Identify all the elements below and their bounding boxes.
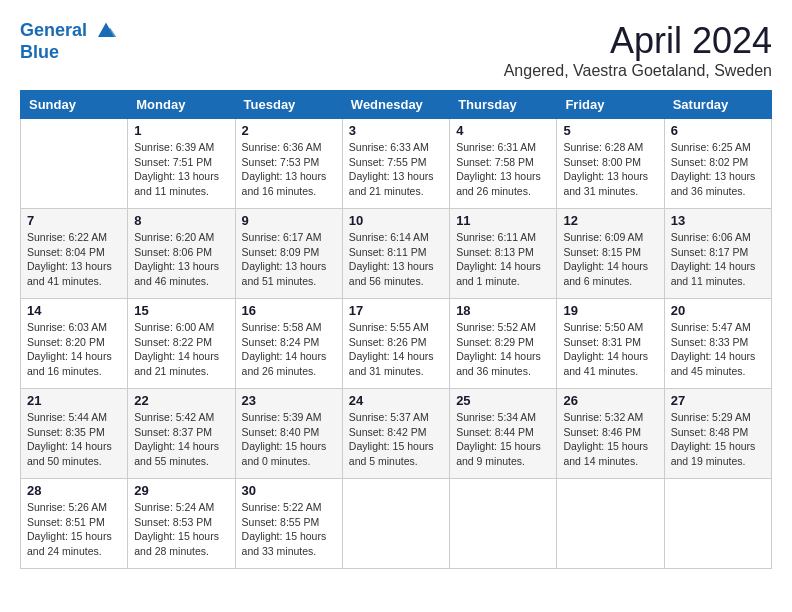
day-info: Sunrise: 5:55 AMSunset: 8:26 PMDaylight:… <box>349 320 443 379</box>
calendar-cell: 25Sunrise: 5:34 AMSunset: 8:44 PMDayligh… <box>450 389 557 479</box>
calendar-cell: 16Sunrise: 5:58 AMSunset: 8:24 PMDayligh… <box>235 299 342 389</box>
day-number: 6 <box>671 123 765 138</box>
day-number: 4 <box>456 123 550 138</box>
weekday-header-saturday: Saturday <box>664 91 771 119</box>
calendar-cell: 17Sunrise: 5:55 AMSunset: 8:26 PMDayligh… <box>342 299 449 389</box>
day-number: 14 <box>27 303 121 318</box>
day-info: Sunrise: 6:31 AMSunset: 7:58 PMDaylight:… <box>456 140 550 199</box>
calendar-cell: 24Sunrise: 5:37 AMSunset: 8:42 PMDayligh… <box>342 389 449 479</box>
logo-text-blue: Blue <box>20 42 118 64</box>
day-info: Sunrise: 5:50 AMSunset: 8:31 PMDaylight:… <box>563 320 657 379</box>
logo: General Blue <box>20 20 118 63</box>
calendar-cell <box>342 479 449 569</box>
day-info: Sunrise: 6:17 AMSunset: 8:09 PMDaylight:… <box>242 230 336 289</box>
day-number: 11 <box>456 213 550 228</box>
day-info: Sunrise: 5:58 AMSunset: 8:24 PMDaylight:… <box>242 320 336 379</box>
calendar-table: SundayMondayTuesdayWednesdayThursdayFrid… <box>20 90 772 569</box>
day-number: 13 <box>671 213 765 228</box>
day-info: Sunrise: 6:09 AMSunset: 8:15 PMDaylight:… <box>563 230 657 289</box>
calendar-cell <box>664 479 771 569</box>
day-number: 25 <box>456 393 550 408</box>
day-info: Sunrise: 5:47 AMSunset: 8:33 PMDaylight:… <box>671 320 765 379</box>
calendar-cell: 18Sunrise: 5:52 AMSunset: 8:29 PMDayligh… <box>450 299 557 389</box>
calendar-cell: 12Sunrise: 6:09 AMSunset: 8:15 PMDayligh… <box>557 209 664 299</box>
day-number: 22 <box>134 393 228 408</box>
calendar-cell: 21Sunrise: 5:44 AMSunset: 8:35 PMDayligh… <box>21 389 128 479</box>
calendar-cell <box>21 119 128 209</box>
weekday-header-row: SundayMondayTuesdayWednesdayThursdayFrid… <box>21 91 772 119</box>
day-info: Sunrise: 6:39 AMSunset: 7:51 PMDaylight:… <box>134 140 228 199</box>
calendar-cell: 5Sunrise: 6:28 AMSunset: 8:00 PMDaylight… <box>557 119 664 209</box>
calendar-cell: 3Sunrise: 6:33 AMSunset: 7:55 PMDaylight… <box>342 119 449 209</box>
day-number: 27 <box>671 393 765 408</box>
month-title: April 2024 <box>504 20 772 62</box>
calendar-cell: 20Sunrise: 5:47 AMSunset: 8:33 PMDayligh… <box>664 299 771 389</box>
day-info: Sunrise: 5:24 AMSunset: 8:53 PMDaylight:… <box>134 500 228 559</box>
day-number: 28 <box>27 483 121 498</box>
calendar-cell <box>557 479 664 569</box>
weekday-header-monday: Monday <box>128 91 235 119</box>
day-number: 9 <box>242 213 336 228</box>
weekday-header-sunday: Sunday <box>21 91 128 119</box>
calendar-cell: 2Sunrise: 6:36 AMSunset: 7:53 PMDaylight… <box>235 119 342 209</box>
day-number: 16 <box>242 303 336 318</box>
day-info: Sunrise: 6:14 AMSunset: 8:11 PMDaylight:… <box>349 230 443 289</box>
calendar-cell: 23Sunrise: 5:39 AMSunset: 8:40 PMDayligh… <box>235 389 342 479</box>
weekday-header-tuesday: Tuesday <box>235 91 342 119</box>
calendar-cell: 26Sunrise: 5:32 AMSunset: 8:46 PMDayligh… <box>557 389 664 479</box>
calendar-cell: 7Sunrise: 6:22 AMSunset: 8:04 PMDaylight… <box>21 209 128 299</box>
day-number: 29 <box>134 483 228 498</box>
calendar-cell: 15Sunrise: 6:00 AMSunset: 8:22 PMDayligh… <box>128 299 235 389</box>
day-info: Sunrise: 6:33 AMSunset: 7:55 PMDaylight:… <box>349 140 443 199</box>
day-number: 8 <box>134 213 228 228</box>
day-info: Sunrise: 6:36 AMSunset: 7:53 PMDaylight:… <box>242 140 336 199</box>
day-number: 21 <box>27 393 121 408</box>
day-info: Sunrise: 6:06 AMSunset: 8:17 PMDaylight:… <box>671 230 765 289</box>
calendar-week-1: 1Sunrise: 6:39 AMSunset: 7:51 PMDaylight… <box>21 119 772 209</box>
logo-icon <box>94 21 118 41</box>
day-number: 3 <box>349 123 443 138</box>
day-info: Sunrise: 5:32 AMSunset: 8:46 PMDaylight:… <box>563 410 657 469</box>
calendar-cell: 22Sunrise: 5:42 AMSunset: 8:37 PMDayligh… <box>128 389 235 479</box>
day-info: Sunrise: 6:25 AMSunset: 8:02 PMDaylight:… <box>671 140 765 199</box>
weekday-header-wednesday: Wednesday <box>342 91 449 119</box>
day-number: 30 <box>242 483 336 498</box>
calendar-cell: 13Sunrise: 6:06 AMSunset: 8:17 PMDayligh… <box>664 209 771 299</box>
day-info: Sunrise: 6:20 AMSunset: 8:06 PMDaylight:… <box>134 230 228 289</box>
page-header: General Blue April 2024 Angered, Vaestra… <box>20 20 772 80</box>
day-info: Sunrise: 5:29 AMSunset: 8:48 PMDaylight:… <box>671 410 765 469</box>
day-info: Sunrise: 6:00 AMSunset: 8:22 PMDaylight:… <box>134 320 228 379</box>
day-number: 2 <box>242 123 336 138</box>
day-info: Sunrise: 5:37 AMSunset: 8:42 PMDaylight:… <box>349 410 443 469</box>
calendar-cell <box>450 479 557 569</box>
weekday-header-friday: Friday <box>557 91 664 119</box>
calendar-week-3: 14Sunrise: 6:03 AMSunset: 8:20 PMDayligh… <box>21 299 772 389</box>
day-info: Sunrise: 5:42 AMSunset: 8:37 PMDaylight:… <box>134 410 228 469</box>
calendar-cell: 28Sunrise: 5:26 AMSunset: 8:51 PMDayligh… <box>21 479 128 569</box>
day-info: Sunrise: 6:28 AMSunset: 8:00 PMDaylight:… <box>563 140 657 199</box>
day-number: 19 <box>563 303 657 318</box>
day-number: 5 <box>563 123 657 138</box>
calendar-cell: 10Sunrise: 6:14 AMSunset: 8:11 PMDayligh… <box>342 209 449 299</box>
calendar-week-4: 21Sunrise: 5:44 AMSunset: 8:35 PMDayligh… <box>21 389 772 479</box>
day-info: Sunrise: 5:52 AMSunset: 8:29 PMDaylight:… <box>456 320 550 379</box>
calendar-cell: 8Sunrise: 6:20 AMSunset: 8:06 PMDaylight… <box>128 209 235 299</box>
day-number: 15 <box>134 303 228 318</box>
calendar-cell: 14Sunrise: 6:03 AMSunset: 8:20 PMDayligh… <box>21 299 128 389</box>
title-section: April 2024 Angered, Vaestra Goetaland, S… <box>504 20 772 80</box>
calendar-cell: 6Sunrise: 6:25 AMSunset: 8:02 PMDaylight… <box>664 119 771 209</box>
calendar-cell: 1Sunrise: 6:39 AMSunset: 7:51 PMDaylight… <box>128 119 235 209</box>
day-info: Sunrise: 5:39 AMSunset: 8:40 PMDaylight:… <box>242 410 336 469</box>
day-number: 23 <box>242 393 336 408</box>
calendar-week-2: 7Sunrise: 6:22 AMSunset: 8:04 PMDaylight… <box>21 209 772 299</box>
day-info: Sunrise: 6:22 AMSunset: 8:04 PMDaylight:… <box>27 230 121 289</box>
location: Angered, Vaestra Goetaland, Sweden <box>504 62 772 80</box>
logo-text: General <box>20 20 118 42</box>
day-number: 26 <box>563 393 657 408</box>
calendar-cell: 19Sunrise: 5:50 AMSunset: 8:31 PMDayligh… <box>557 299 664 389</box>
calendar-header: SundayMondayTuesdayWednesdayThursdayFrid… <box>21 91 772 119</box>
day-number: 7 <box>27 213 121 228</box>
calendar-cell: 30Sunrise: 5:22 AMSunset: 8:55 PMDayligh… <box>235 479 342 569</box>
calendar-cell: 11Sunrise: 6:11 AMSunset: 8:13 PMDayligh… <box>450 209 557 299</box>
day-number: 18 <box>456 303 550 318</box>
